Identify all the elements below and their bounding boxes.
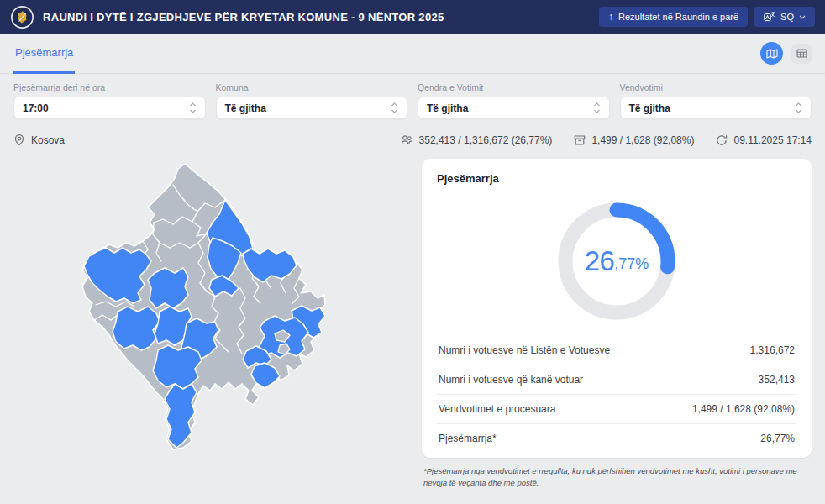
qendra-select-value: Të gjitha [427, 102, 468, 114]
filter-time-label: Pjesëmarrja deri në ora [13, 82, 206, 92]
komuna-select-value: Të gjitha [225, 102, 266, 114]
stat-row-processed: Vendvotimet e procesuara 1,499 / 1,628 (… [437, 394, 796, 423]
vendvotimi-select[interactable]: Të gjitha [620, 97, 812, 119]
arrow-up-icon: ↑ [608, 12, 613, 22]
time-select-value: 17:00 [23, 102, 49, 114]
stat-row-label: Pjesëmarrja* [439, 433, 497, 444]
filter-time: Pjesëmarrja deri në ora 17:00 [13, 82, 206, 119]
location-stat: Kosova [13, 134, 65, 146]
ballot-box-icon [574, 134, 586, 145]
stat-row-voted: Numri i votuesve që kanë votuar 352,413 [437, 365, 796, 394]
voters-stat: 352,413 / 1,316,672 (26,77%) [401, 134, 553, 146]
first-round-results-label: Rezultatet në Raundin e parë [618, 12, 738, 22]
first-round-results-button[interactable]: ↑ Rezultatet në Raundin e parë [599, 7, 748, 27]
stations-value: 1,499 / 1,628 (92,08%) [591, 134, 694, 146]
map-region[interactable] [113, 307, 160, 350]
turnout-donut: 26 ,77% [554, 198, 680, 324]
tab-bar: Pjesëmarrja [0, 34, 825, 74]
filter-qendra: Qendra e Votimit Të gjitha [418, 82, 610, 119]
donut-value: 26 ,77% [554, 198, 680, 324]
turnout-stats-list: Numri i votuesve në Listën e Votuesve 1,… [437, 336, 796, 453]
filter-vendvotimi: Vendvotimi Të gjitha [620, 82, 812, 119]
stations-stat: 1,499 / 1,628 (92,08%) [574, 134, 694, 146]
stat-row-voter-list: Numri i votuesve në Listën e Votuesve 1,… [437, 336, 796, 365]
app-header: RAUNDI I DYTË I ZGJEDHJEVE PËR KRYETAR K… [0, 0, 825, 34]
select-spinner-icon [593, 102, 601, 114]
map-region[interactable] [148, 268, 188, 308]
tab-pjesemarrja[interactable]: Pjesëmarrja [13, 34, 75, 74]
card-title: Pjesëmarrja [437, 172, 796, 185]
table-icon [796, 49, 807, 58]
select-spinner-icon [189, 102, 197, 114]
tab-label: Pjesëmarrja [15, 46, 73, 59]
stat-row-label: Numri i votuesve në Listën e Votuesve [439, 344, 610, 356]
filters-row: Pjesëmarrja deri në ora 17:00 Komuna Të … [0, 74, 825, 126]
filter-vendvotimi-label: Vendvotimi [620, 82, 812, 92]
stat-row-label: Vendvotimet e procesuara [439, 403, 555, 415]
turnout-card: Pjesëmarrja 26 ,77% Numri i votuesve në … [422, 159, 812, 458]
stat-row-value: 26,77% [760, 433, 795, 444]
table-view-button[interactable] [791, 44, 812, 64]
select-spinner-icon [795, 102, 802, 114]
select-spinner-icon [391, 102, 398, 114]
app-root: RAUNDI I DYTË I ZGJEDHJEVE PËR KRYETAR K… [0, 0, 825, 504]
stat-row-label: Numri i votuesve që kanë votuar [439, 374, 583, 386]
chevron-down-icon [799, 15, 806, 19]
stat-row-turnout: Pjesëmarrja* 26,77% [437, 423, 796, 453]
komuna-select[interactable]: Të gjitha [216, 97, 408, 119]
time-select[interactable]: 17:00 [13, 97, 206, 119]
donut-value-frac: ,77% [614, 255, 649, 273]
summary-stats: 352,413 / 1,316,672 (26,77%) 1,499 / 1,6… [401, 134, 812, 146]
map-region[interactable] [165, 384, 197, 448]
header-actions: ↑ Rezultatet në Raundin e parë SQ [599, 7, 815, 27]
kqz-logo [10, 5, 34, 29]
stat-row-value: 1,316,672 [750, 344, 795, 356]
vendvotimi-select-value: Të gjitha [629, 102, 670, 114]
map-area [0, 150, 422, 491]
status-bar: Kosova 352,413 / 1,316,672 (26,77%) 1,49 [0, 126, 825, 150]
filter-qendra-label: Qendra e Votimit [418, 82, 610, 92]
filter-komuna: Komuna Të gjitha [216, 82, 408, 119]
page-title: RAUNDI I DYTË I ZGJEDHJEVE PËR KRYETAR K… [43, 11, 444, 24]
translate-icon [764, 12, 775, 22]
updated-stat: 09.11.2025 17:14 [716, 134, 812, 146]
filter-komuna-label: Komuna [216, 82, 408, 92]
map-icon [766, 49, 778, 59]
donut-value-main: 26 [585, 245, 615, 277]
voters-icon [401, 134, 413, 145]
location-pin-icon [13, 134, 25, 146]
map-view-button[interactable] [760, 42, 783, 65]
main-content: Pjesëmarrja 26 ,77% Numri i votuesve në … [0, 150, 825, 491]
location-label: Kosova [31, 134, 65, 146]
turnout-panel: Pjesëmarrja 26 ,77% Numri i votuesve në … [422, 159, 812, 490]
kosovo-map [50, 155, 386, 491]
qendra-select[interactable]: Të gjitha [418, 97, 610, 119]
map-country-outline [82, 164, 325, 449]
language-code: SQ [780, 12, 794, 22]
updated-value: 09.11.2025 17:14 [733, 134, 812, 146]
refresh-icon [716, 134, 728, 146]
stat-row-value: 352,413 [759, 374, 795, 386]
turnout-footnote: *Pjesëmarrja nga vendvotimet e rregullta… [423, 465, 810, 490]
language-selector[interactable]: SQ [754, 7, 815, 27]
voters-value: 352,413 / 1,316,672 (26,77%) [419, 134, 553, 146]
stat-row-value: 1,499 / 1,628 (92,08%) [692, 403, 795, 415]
view-toggle [760, 34, 812, 73]
